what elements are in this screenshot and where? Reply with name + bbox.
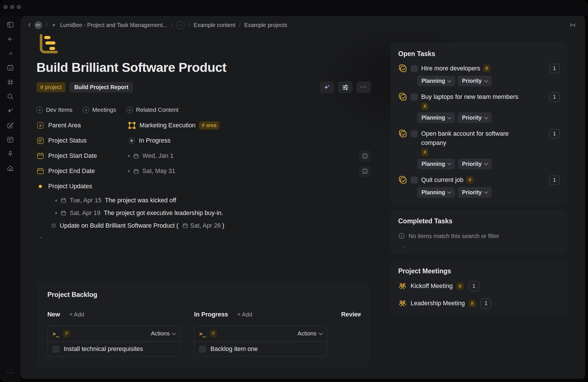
workspace-avatar[interactable]: MY <box>34 21 42 29</box>
planning-dropdown[interactable]: Planning <box>417 76 455 86</box>
back-arrow-icon[interactable] <box>7 35 14 43</box>
field-label-project-updates[interactable]: Project Updates <box>36 183 128 190</box>
task-title[interactable]: Open bank account for software company <box>421 129 519 147</box>
field-label-start-date[interactable]: Project Start Date <box>36 152 128 160</box>
card-hash-tag[interactable]: # <box>210 330 217 337</box>
ai-actions-button[interactable] <box>320 81 334 93</box>
end-date-value[interactable]: Sat, May 31 <box>142 168 175 175</box>
field-label-project-status[interactable]: Project Status <box>36 137 128 145</box>
layout-icon[interactable] <box>7 136 14 143</box>
search-icon[interactable] <box>7 93 14 100</box>
add-meetings[interactable]: +Meetings <box>83 106 116 113</box>
update-node-title[interactable]: Update on Build Brilliant Software Produ… <box>60 222 179 229</box>
start-date-picker-button[interactable]: 28 <box>359 150 371 162</box>
end-date-picker-button[interactable]: 28 <box>359 166 371 177</box>
empty-node-bullet[interactable] <box>40 237 42 239</box>
area-supertag[interactable]: # area <box>199 121 219 130</box>
task-title[interactable]: Hire more developers <box>421 64 480 73</box>
parent-area-value[interactable]: Marketing Execution <box>140 122 196 129</box>
node-bullet[interactable] <box>55 212 57 214</box>
meeting-hash-tag[interactable]: # <box>457 283 464 290</box>
add-related-content[interactable]: +Related Content <box>126 106 178 113</box>
panel-width-icon[interactable] <box>569 21 577 29</box>
update-date[interactable]: Sat, Apr 19 <box>70 210 100 217</box>
update-text[interactable]: The project got executive leadership buy… <box>104 210 223 217</box>
node-bullet[interactable] <box>128 155 130 157</box>
sidebar-more-icon[interactable]: ··· <box>0 369 21 376</box>
task-hash-tag[interactable]: # <box>466 176 473 184</box>
breadcrumb-example-projects[interactable]: Example projects <box>244 22 287 28</box>
task-hash-tag[interactable]: # <box>483 65 490 72</box>
task-checkbox[interactable] <box>411 93 418 101</box>
task-hash-tag[interactable]: # <box>421 149 428 156</box>
actions-dropdown[interactable]: Actions <box>151 330 175 337</box>
view-options-button[interactable] <box>338 81 353 93</box>
task-checkbox[interactable] <box>411 130 418 137</box>
pin-icon[interactable] <box>7 150 14 158</box>
calendar-28-icon: 28 <box>362 153 368 159</box>
task-title[interactable]: Quit current job <box>421 175 463 185</box>
field-value-start-date: Wed, Jan 1 28 <box>128 150 371 162</box>
project-supertag[interactable]: # project <box>36 82 65 92</box>
meeting-count-badge[interactable]: 1 <box>481 298 491 309</box>
update-date[interactable]: Tue, Apr 15 <box>70 197 101 204</box>
card-item-title[interactable]: Install technical prerequisites <box>64 345 143 353</box>
planning-dropdown[interactable]: Planning <box>417 159 455 169</box>
calendar-icon[interactable]: 28 <box>7 64 14 72</box>
add-card-button[interactable]: + Add <box>237 311 252 318</box>
task-title[interactable]: Buy laptops for new team members <box>421 92 518 101</box>
close-window-button[interactable] <box>3 5 8 9</box>
card-item-checkbox[interactable] <box>199 345 206 353</box>
update-node-date[interactable]: Sat, Apr 26 <box>182 222 221 229</box>
breadcrumb-collapsed-icon[interactable]: ⋯ <box>176 21 185 29</box>
card-hash-tag[interactable]: # <box>63 330 70 337</box>
sidebar-toggle-icon[interactable] <box>7 21 14 28</box>
task-count-badge[interactable]: 1 <box>549 175 560 185</box>
forward-arrow-icon[interactable] <box>7 50 14 57</box>
node-bullet[interactable] <box>128 170 130 172</box>
start-date-value[interactable]: Wed, Jan 1 <box>142 152 173 160</box>
field-label-end-date[interactable]: Project End Date <box>36 167 128 175</box>
breadcrumb-back-chevron[interactable]: ‹ <box>28 21 31 28</box>
planning-dropdown[interactable]: Planning <box>417 112 455 123</box>
meeting-hash-tag[interactable]: # <box>469 300 476 307</box>
zoom-window-button[interactable] <box>17 5 21 9</box>
build-project-report-button[interactable]: Build Project Report <box>70 82 133 93</box>
actions-dropdown[interactable]: Actions <box>297 330 322 337</box>
expanded-node-bullet[interactable] <box>51 223 56 228</box>
meeting-people-icon <box>398 282 407 291</box>
task-checkbox[interactable] <box>411 176 418 184</box>
breadcrumb-workspace[interactable]: LumiBee - Project and Task Management... <box>60 22 167 28</box>
task-count-badge[interactable]: 1 <box>549 129 560 139</box>
node-bullet[interactable] <box>55 199 57 201</box>
card-item-checkbox[interactable] <box>52 345 59 353</box>
task-hash-tag[interactable]: # <box>421 103 428 110</box>
meeting-count-badge[interactable]: 1 <box>469 281 479 291</box>
meeting-title[interactable]: Kickoff Meeting <box>411 283 453 290</box>
home-icon[interactable] <box>7 165 14 172</box>
empty-node-bullet[interactable] <box>403 246 405 248</box>
ai-sparkles-icon[interactable] <box>7 107 14 115</box>
minimize-window-button[interactable] <box>10 5 14 9</box>
task-count-badge[interactable]: 1 <box>549 92 560 102</box>
meeting-title[interactable]: Leadership Meeting <box>411 300 465 307</box>
tags-icon[interactable] <box>7 78 14 86</box>
compose-icon[interactable] <box>7 122 14 129</box>
priority-dropdown[interactable]: Priority <box>458 112 492 123</box>
task-count-badge[interactable]: 1 <box>549 64 560 73</box>
add-dev-items[interactable]: +Dev Items <box>36 106 72 113</box>
status-value[interactable]: In Progress <box>139 137 171 144</box>
terminal-icon[interactable]: >_ <box>199 331 206 337</box>
more-options-button[interactable]: ··· <box>356 81 371 93</box>
priority-dropdown[interactable]: Priority <box>458 187 492 198</box>
priority-dropdown[interactable]: Priority <box>458 76 492 86</box>
add-card-button[interactable]: + Add <box>69 311 84 318</box>
field-label-parent-area[interactable]: # Parent Area <box>36 122 128 129</box>
terminal-icon[interactable]: >_ <box>53 331 59 337</box>
planning-dropdown[interactable]: Planning <box>417 187 455 198</box>
update-text[interactable]: The project was kicked off <box>105 197 176 204</box>
task-checkbox[interactable] <box>411 65 418 72</box>
priority-dropdown[interactable]: Priority <box>458 159 492 169</box>
breadcrumb-example-content[interactable]: Example content <box>194 22 235 28</box>
card-item-title[interactable]: Backlog item one <box>210 345 258 353</box>
